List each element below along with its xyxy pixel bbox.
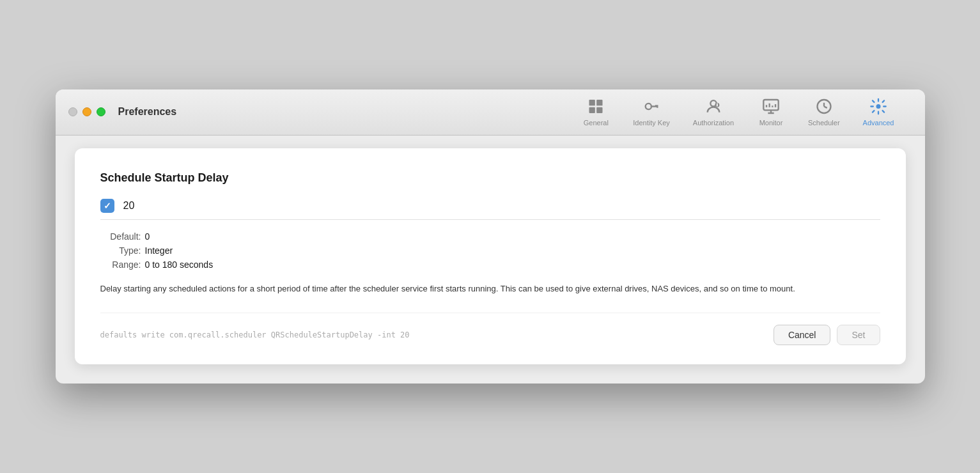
tab-authorization[interactable]: Authorization: [681, 94, 745, 130]
type-row: Type: Integer: [103, 245, 880, 256]
meta-info: Default: 0 Type: Integer Range: 0 to 180…: [100, 231, 880, 270]
dialog-panel: Schedule Startup Delay Default: 0 Type: …: [75, 148, 906, 365]
tab-scheduler[interactable]: Scheduler: [797, 94, 852, 130]
command-text: defaults write com.qrecall.scheduler QRS…: [100, 330, 410, 339]
tab-monitor[interactable]: Monitor: [745, 94, 797, 130]
input-row: [100, 199, 880, 220]
default-value: 0: [145, 231, 150, 242]
tab-general-label: General: [584, 119, 609, 127]
svg-rect-0: [589, 100, 595, 105]
tab-identity-key[interactable]: Identity Key: [621, 94, 681, 130]
monitor-icon: [762, 98, 780, 116]
maximize-button[interactable]: [97, 107, 105, 116]
scheduler-icon: [815, 98, 833, 116]
identity-key-icon: [642, 98, 660, 116]
tab-advanced[interactable]: Advanced: [852, 94, 906, 130]
tab-identity-key-label: Identity Key: [633, 119, 669, 127]
tab-monitor-label: Monitor: [759, 119, 783, 127]
advanced-icon: [869, 98, 887, 116]
description-text: Delay starting any scheduled actions for…: [100, 283, 880, 295]
svg-point-4: [646, 104, 651, 109]
default-label: Default:: [103, 231, 141, 242]
bottom-bar: defaults write com.qrecall.scheduler QRS…: [100, 313, 880, 345]
range-row: Range: 0 to 180 seconds: [103, 260, 880, 270]
svg-line-21: [824, 107, 827, 108]
type-value: Integer: [145, 245, 173, 256]
type-label: Type:: [103, 245, 141, 256]
close-button[interactable]: [68, 107, 77, 116]
range-value: 0 to 180 seconds: [145, 260, 214, 270]
main-content: Schedule Startup Delay Default: 0 Type: …: [56, 136, 925, 384]
tab-general[interactable]: General: [570, 94, 621, 130]
button-group: Cancel Set: [774, 325, 880, 345]
authorization-icon: [704, 98, 722, 116]
titlebar: Preferences General: [56, 89, 925, 136]
tab-advanced-label: Advanced: [863, 119, 894, 127]
toolbar-tabs: General Identity Key: [570, 94, 905, 130]
range-label: Range:: [103, 260, 141, 270]
svg-point-9: [715, 103, 719, 107]
default-row: Default: 0: [103, 231, 880, 242]
delay-value-input[interactable]: [123, 200, 880, 212]
traffic-lights: [68, 107, 105, 116]
svg-rect-3: [596, 107, 602, 113]
window-title: Preferences: [118, 106, 177, 118]
svg-point-22: [876, 104, 881, 109]
preferences-window: Preferences General: [56, 89, 925, 384]
cancel-button[interactable]: Cancel: [774, 325, 831, 345]
set-button[interactable]: Set: [837, 325, 880, 345]
tab-scheduler-label: Scheduler: [808, 119, 840, 127]
tab-authorization-label: Authorization: [693, 119, 734, 127]
enable-checkbox[interactable]: [100, 199, 114, 213]
general-icon: [587, 98, 605, 116]
svg-rect-1: [596, 100, 602, 105]
svg-rect-2: [589, 107, 595, 113]
minimize-button[interactable]: [82, 107, 91, 116]
section-title: Schedule Startup Delay: [100, 171, 880, 185]
